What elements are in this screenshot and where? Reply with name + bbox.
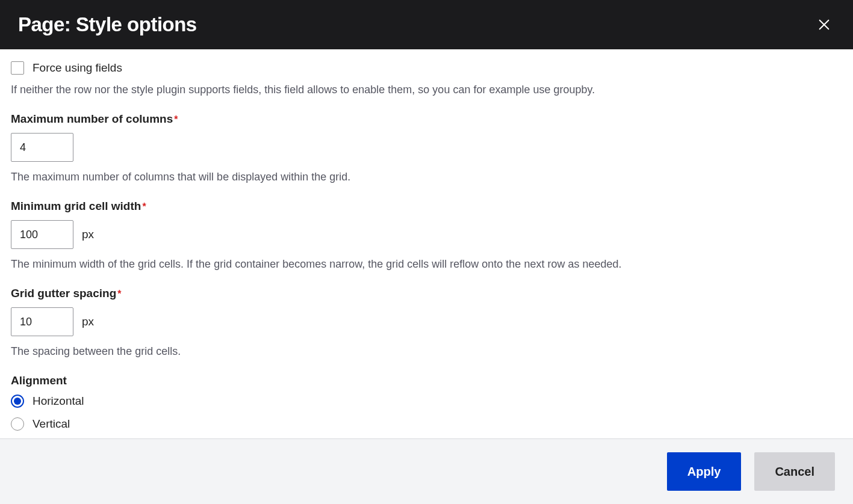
required-icon: * bbox=[142, 201, 146, 212]
radio-horizontal[interactable] bbox=[11, 395, 24, 408]
alignment-option-horizontal[interactable]: Horizontal bbox=[11, 395, 842, 408]
close-icon bbox=[817, 18, 831, 31]
modal-title: Page: Style options bbox=[18, 13, 197, 36]
radio-vertical[interactable] bbox=[11, 417, 24, 431]
required-icon: * bbox=[117, 289, 121, 299]
force-fields-item: Force using fields If neither the row no… bbox=[11, 61, 842, 98]
min-cell-width-item: Minimum grid cell width* px The minimum … bbox=[11, 200, 842, 272]
alignment-label: Alignment bbox=[11, 374, 842, 387]
max-columns-label: Maximum number of columns* bbox=[11, 112, 842, 126]
gutter-label: Grid gutter spacing* bbox=[11, 287, 842, 300]
min-cell-width-input[interactable] bbox=[11, 220, 73, 249]
min-cell-width-suffix: px bbox=[82, 228, 94, 241]
gutter-description: The spacing between the grid cells. bbox=[11, 343, 842, 360]
close-button[interactable] bbox=[813, 14, 835, 35]
force-fields-label[interactable]: Force using fields bbox=[33, 61, 122, 75]
force-fields-checkbox[interactable] bbox=[11, 61, 24, 75]
max-columns-description: The maximum number of columns that will … bbox=[11, 169, 842, 185]
max-columns-input[interactable] bbox=[11, 133, 73, 162]
modal-body[interactable]: Force using fields If neither the row no… bbox=[0, 49, 853, 438]
force-fields-description: If neither the row nor the style plugin … bbox=[11, 82, 842, 98]
apply-button[interactable]: Apply bbox=[667, 452, 742, 491]
cancel-button[interactable]: Cancel bbox=[754, 452, 835, 491]
min-cell-width-label: Minimum grid cell width* bbox=[11, 200, 842, 213]
modal-footer: Apply Cancel bbox=[0, 438, 853, 504]
modal-header: Page: Style options bbox=[0, 0, 853, 49]
required-icon: * bbox=[174, 114, 178, 124]
gutter-suffix: px bbox=[82, 315, 94, 328]
gutter-input[interactable] bbox=[11, 307, 73, 336]
min-cell-width-description: The minimum width of the grid cells. If … bbox=[11, 256, 842, 272]
max-columns-item: Maximum number of columns* The maximum n… bbox=[11, 112, 842, 185]
gutter-item: Grid gutter spacing* px The spacing betw… bbox=[11, 287, 842, 360]
alignment-item: Alignment Horizontal Vertical Horizontal… bbox=[11, 374, 842, 438]
alignment-option-vertical[interactable]: Vertical bbox=[11, 417, 842, 431]
